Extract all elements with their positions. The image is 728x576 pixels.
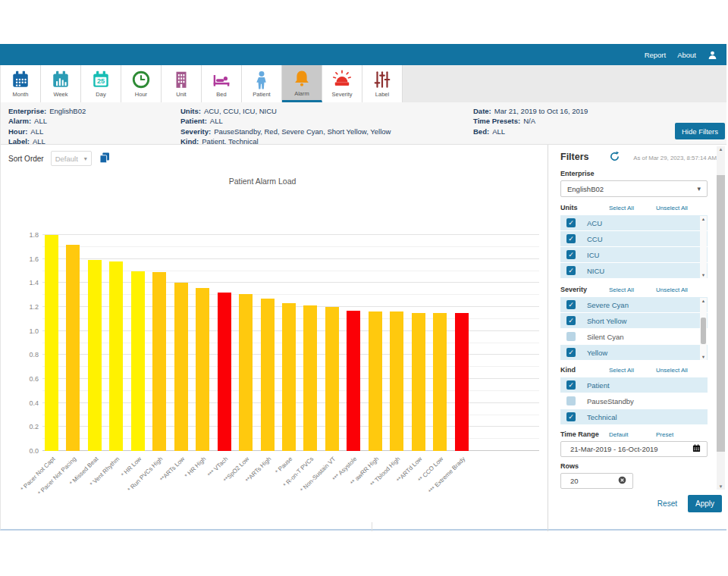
summary-field-label: Enterprise:: [8, 107, 46, 115]
filter-item-label: Short Yellow: [587, 317, 626, 325]
toolbar-item-day[interactable]: 25Day: [81, 65, 121, 102]
checkbox-checked-icon[interactable]: ✓: [566, 234, 576, 243]
chart-bar[interactable]: [433, 313, 447, 451]
chart-bar[interactable]: [239, 294, 253, 451]
reset-button[interactable]: Reset: [657, 499, 677, 508]
chart-bar[interactable]: [174, 283, 188, 451]
chart-bar[interactable]: [347, 311, 360, 451]
user-account-icon[interactable]: [708, 50, 717, 60]
time-range-preset-link[interactable]: Preset: [656, 431, 673, 438]
chart-bar[interactable]: [218, 293, 231, 451]
scroll-down-icon[interactable]: ▼: [717, 484, 725, 489]
scroll-up-icon[interactable]: ▲: [700, 217, 707, 221]
filter-item-label: CCU: [587, 235, 603, 243]
checkbox-unchecked-icon[interactable]: [566, 396, 576, 405]
scrollbar-thumb[interactable]: [701, 318, 706, 343]
divider: [372, 522, 372, 531]
kind-unselect-all-link[interactable]: Unselect All: [656, 367, 688, 374]
time-range-default-link[interactable]: Default: [609, 431, 628, 438]
chart-bar[interactable]: [45, 235, 58, 451]
toolbar-item-month[interactable]: Month: [1, 65, 41, 102]
filter-item-ccu[interactable]: ✓CCU: [560, 231, 708, 246]
chart-bar[interactable]: [196, 288, 209, 451]
checkbox-checked-icon[interactable]: ✓: [566, 300, 576, 309]
filter-item-acu[interactable]: ✓ACU: [560, 215, 708, 230]
x-axis-label: **ARTd Low: [338, 455, 423, 540]
about-link[interactable]: About: [677, 51, 696, 59]
summary-field-label: Alarm:: [8, 117, 31, 125]
enterprise-value: EnglishB02: [567, 185, 604, 193]
rows-input[interactable]: 20: [560, 473, 633, 489]
filter-item-silent-cyan[interactable]: Silent Cyan: [560, 329, 708, 344]
kind-select-all-link[interactable]: Select All: [609, 367, 634, 374]
report-link[interactable]: Report: [645, 51, 667, 59]
checkbox-checked-icon[interactable]: ✓: [566, 266, 576, 275]
checkbox-checked-icon[interactable]: ✓: [566, 412, 576, 421]
chart-bar[interactable]: [303, 305, 317, 451]
calendar-icon[interactable]: [692, 444, 701, 454]
checkbox-unchecked-icon[interactable]: [566, 332, 576, 341]
chart-bar[interactable]: [88, 260, 102, 451]
chart-bar[interactable]: [369, 311, 382, 451]
severity-unselect-all-link[interactable]: Unselect All: [656, 286, 688, 293]
chart-bar[interactable]: [131, 271, 145, 452]
chart-bar[interactable]: [325, 307, 339, 451]
chart-bar[interactable]: [282, 303, 296, 451]
checkbox-checked-icon[interactable]: ✓: [566, 218, 576, 227]
severity-select-all-link[interactable]: Select All: [609, 286, 634, 293]
toolbar-item-alarm[interactable]: Alarm: [282, 65, 322, 102]
chart-bar[interactable]: [455, 313, 469, 451]
toolbar-item-week[interactable]: Week: [41, 65, 81, 102]
scrollbar-thumb[interactable]: [717, 175, 725, 452]
chart-bar[interactable]: [109, 261, 123, 451]
hide-filters-button[interactable]: Hide Filters: [675, 123, 725, 139]
filter-item-label: ICU: [587, 251, 599, 259]
plot-area: [42, 235, 539, 451]
toolbar-item-bed[interactable]: Bed: [202, 65, 242, 102]
filter-item-severe-cyan[interactable]: ✓Severe Cyan: [560, 297, 708, 312]
chart-bar[interactable]: [412, 313, 425, 451]
chart-bar[interactable]: [390, 311, 403, 451]
y-axis-tick-label: 0.4: [20, 399, 39, 407]
enterprise-select[interactable]: EnglishB02 ▾: [560, 180, 708, 197]
summary-field: Date:Mar 21, 2019 to Oct 16, 2019: [473, 106, 588, 116]
scroll-up-icon[interactable]: ▲: [717, 147, 725, 152]
summary-field-value: ALL: [210, 117, 223, 125]
units-select-all-link[interactable]: Select All: [609, 205, 634, 211]
clear-icon[interactable]: [618, 476, 626, 486]
filter-item-short-yellow[interactable]: ✓Short Yellow: [560, 313, 708, 328]
toolbar-item-unit[interactable]: Unit: [162, 65, 202, 102]
filter-item-patient[interactable]: ✓Patient: [560, 377, 708, 393]
toolbar-item-label[interactable]: Label: [362, 65, 403, 102]
list-scrollbar[interactable]: ▲▼: [700, 216, 707, 278]
scroll-down-icon[interactable]: ▼: [700, 355, 707, 359]
chart-bar[interactable]: [261, 299, 275, 451]
toolbar-item-patient[interactable]: Patient: [242, 65, 282, 102]
scroll-down-icon[interactable]: ▼: [700, 273, 707, 277]
checkbox-checked-icon[interactable]: ✓: [566, 380, 576, 390]
apply-button[interactable]: Apply: [688, 495, 722, 512]
toolbar-item-label: Day: [96, 91, 105, 98]
filter-item-icu[interactable]: ✓ICU: [560, 247, 708, 262]
checkbox-checked-icon[interactable]: ✓: [566, 250, 576, 259]
filter-item-technical[interactable]: ✓Technical: [560, 409, 708, 424]
units-unselect-all-link[interactable]: Unselect All: [656, 205, 688, 211]
chart-bar[interactable]: [66, 245, 80, 451]
chart-bar[interactable]: [152, 272, 166, 451]
time-range-input[interactable]: 21-Mar-2019 - 16-Oct-2019: [560, 441, 708, 457]
filters-scrollbar[interactable]: ▲ ▼: [717, 146, 725, 490]
sort-order-select[interactable]: Default ▾: [51, 151, 92, 166]
checkbox-checked-icon[interactable]: ✓: [566, 316, 576, 325]
filter-item-nicu[interactable]: ✓NICU: [560, 263, 708, 278]
filter-item-pausestandby[interactable]: PauseStandby: [560, 393, 708, 409]
checkbox-checked-icon[interactable]: ✓: [566, 348, 576, 357]
refresh-icon[interactable]: [609, 151, 620, 164]
copy-chart-icon[interactable]: [99, 152, 111, 166]
toolbar-item-severity[interactable]: Severity: [322, 65, 362, 102]
toolbar-item-hour[interactable]: Hour: [121, 65, 162, 102]
summary-field-label: Hour:: [8, 127, 27, 136]
scroll-up-icon[interactable]: ▲: [700, 299, 707, 303]
list-scrollbar[interactable]: ▲▼: [700, 298, 707, 360]
filter-item-yellow[interactable]: ✓Yellow: [560, 345, 708, 360]
kind-list: ✓PatientPauseStandby✓Technical: [560, 377, 708, 425]
